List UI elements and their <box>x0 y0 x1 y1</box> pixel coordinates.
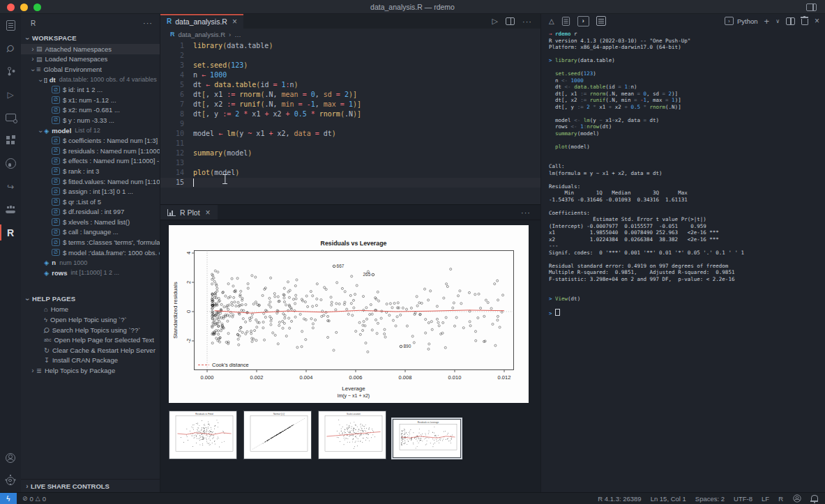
tree-item[interactable]: ∅$ xlevels : Named list() <box>21 217 160 227</box>
close-window-button[interactable] <box>7 3 15 11</box>
svg-text:0: 0 <box>186 310 192 313</box>
plot-tab-close-icon[interactable]: × <box>206 208 211 217</box>
live-share-controls-section[interactable]: › LIVE SHARE CONTROLS <box>21 479 160 492</box>
shell-selector[interactable]: › Python <box>725 17 758 25</box>
sidebar-title: R <box>31 20 36 27</box>
account-icon[interactable] <box>0 446 21 469</box>
output-icon[interactable] <box>596 16 606 26</box>
run-file-button[interactable]: ▷ <box>492 17 498 26</box>
tree-item[interactable]: ∅$ terms :Classes 'terms', 'formula' l..… <box>21 237 160 247</box>
remote-indicator[interactable]: ϟ <box>0 493 17 504</box>
terminal-header: △ › › Python + ∨ × <box>541 14 825 28</box>
tree-item[interactable]: ∅$ id: int 1 2 ... <box>21 84 160 95</box>
split-editor-icon[interactable] <box>506 17 515 25</box>
status-bar: ϟ ⊘ 0 △ 0 R 4.1.3: 26389Ln 15, Col 1Spac… <box>0 492 825 504</box>
search-icon[interactable]: Ϙ <box>0 37 21 60</box>
zoom-window-button[interactable] <box>33 3 41 11</box>
files-icon[interactable] <box>0 14 21 37</box>
plot-thumbnail[interactable]: Residuals vs Fitted <box>169 411 237 459</box>
remote-icon[interactable] <box>0 106 21 129</box>
svg-text:Residuals vs Leverage: Residuals vs Leverage <box>418 421 439 424</box>
layout-icon[interactable] <box>806 3 817 11</box>
tree-item[interactable]: ϟOpen Help Topic using `?` <box>21 314 160 325</box>
tree-item[interactable]: ›◈modelList of 12 <box>21 125 160 136</box>
tree-item[interactable]: ∅$ rank : int 3 <box>21 166 160 176</box>
tree-item[interactable]: ∅$ assign : int [1:3] 0 1 ... <box>21 186 160 197</box>
sidebar-menu-icon[interactable]: ··· <box>143 19 153 27</box>
tree-item[interactable]: ›▤Loaded Namespaces <box>21 54 160 65</box>
r-icon[interactable]: R <box>0 221 21 244</box>
problems-status[interactable]: ⊘ 0 △ 0 <box>22 495 46 503</box>
fld-icon: ∅ <box>52 147 60 155</box>
gear-icon[interactable] <box>0 469 21 492</box>
editor-more-actions[interactable]: ··· <box>522 17 532 26</box>
section-header[interactable]: ›HELP PAGES <box>21 293 160 305</box>
terminal-icon[interactable]: › <box>577 16 589 26</box>
plot-thumbnail[interactable]: Normal Q-Q <box>243 411 312 459</box>
svg-text:265: 265 <box>363 272 370 277</box>
tree-item[interactable]: ∅$ qr :List of 5 <box>21 197 160 207</box>
tree-item[interactable]: ›≣Help Topics by Package <box>21 365 160 376</box>
code-editor[interactable]: 123456789101112131415 library(data.table… <box>160 40 540 204</box>
tree-item[interactable]: ⌂Home <box>21 305 160 315</box>
home-icon: ⌂ <box>44 305 48 313</box>
tree-item[interactable]: ∅$ call : language ... <box>21 227 160 238</box>
minimize-window-button[interactable] <box>20 3 28 11</box>
tree-item[interactable]: ↻Clear Cache & Restart Help Server <box>21 345 160 356</box>
svg-text:Scale-Location: Scale-Location <box>347 413 361 415</box>
tree-item[interactable]: ∅$ df.residual : int 997 <box>21 207 160 217</box>
tab-data-analysis[interactable]: R data_analysis.R × <box>160 14 243 29</box>
terminal-output[interactable]: → rdemo rR version 4.1.3 (2022-03-10) --… <box>541 28 825 492</box>
section-header[interactable]: ›WORKSPACE <box>21 32 160 44</box>
terminal-panel: △ › › Python + ∨ × → rdemo rR version 4.… <box>540 14 825 492</box>
tree-item[interactable]: ↧Install CRAN Package <box>21 356 160 366</box>
problems-icon[interactable]: △ <box>549 17 554 25</box>
breadcrumb[interactable]: R data_analysis.R › … <box>160 29 540 40</box>
chevron-down-icon[interactable]: ∨ <box>775 18 780 24</box>
plot-thumbnail[interactable]: Residuals vs Leverage <box>393 419 461 458</box>
tree-item[interactable]: ∅$ residuals : Named num [1:1000] -... <box>21 146 160 156</box>
svg-text:0.012: 0.012 <box>498 374 511 381</box>
status-item[interactable]: UTF-8 <box>734 495 752 503</box>
plot-more-actions[interactable]: ··· <box>521 208 540 217</box>
status-item[interactable]: Ln 15, Col 1 <box>651 495 686 503</box>
tree-item[interactable]: ∅$ effects : Named num [1:1000] -1.... <box>21 156 160 167</box>
plot-canvas: Residuals vs Leverage-20240.0000.0020.00… <box>169 225 529 403</box>
tree-item[interactable]: ◈rowsint [1:1000] 1 2 ... <box>21 268 160 278</box>
svg-text:lm(y ~ x1 + x2): lm(y ~ x1 + x2) <box>338 393 370 399</box>
status-item[interactable]: R <box>778 495 783 503</box>
github-icon[interactable] <box>0 152 21 175</box>
plot-thumbnail[interactable]: Scale-Location <box>318 411 386 459</box>
status-item[interactable]: LF <box>762 495 769 503</box>
title-bar: data_analysis.R — rdemo <box>0 0 825 14</box>
close-panel-icon[interactable]: × <box>815 16 819 26</box>
status-item[interactable]: Spaces: 2 <box>695 495 725 503</box>
split-terminal-icon[interactable] <box>786 17 795 25</box>
liveshare-icon[interactable]: ↪ <box>0 175 21 198</box>
tree-item[interactable]: ∅$ coefficients : Named num [1:3] -0... <box>21 135 160 146</box>
tree-item[interactable]: ›≡Global Environment <box>21 64 160 75</box>
tree-item[interactable]: ϘSearch Help Topics using `??` <box>21 325 160 335</box>
fld-icon: ∅ <box>52 158 60 165</box>
tree-item[interactable]: ∅$ x2: num -0.681 ... <box>21 105 160 116</box>
tree-item[interactable]: ∅$ y : num -3.33 ... <box>21 115 160 125</box>
docker-icon[interactable] <box>0 198 21 221</box>
tree-item[interactable]: ◈nnum 1000 <box>21 257 160 268</box>
tree-item[interactable]: ›[ ]dtdata.table: 1000 obs. of 4 variabl… <box>21 75 160 85</box>
r-plot-tab[interactable]: R Plot × <box>160 205 218 220</box>
tree-item[interactable]: ∅$ x1: num -1.12 ... <box>21 95 160 105</box>
tab-close-icon[interactable]: × <box>232 17 237 26</box>
tree-item[interactable]: ∅$ fitted.values: Named num [1:1000... <box>21 176 160 187</box>
source-control-icon[interactable] <box>0 60 21 83</box>
new-terminal-button[interactable]: + <box>764 16 770 26</box>
tree-item[interactable]: abcOpen Help Page for Selected Text <box>21 335 160 345</box>
line-numbers: 123456789101112131415 <box>160 41 184 188</box>
status-item[interactable]: R 4.1.3: 26389 <box>598 495 641 503</box>
svg-text:Cook's distance: Cook's distance <box>212 362 249 368</box>
debug-icon[interactable]: ▷ <box>0 83 21 106</box>
open-editors-icon[interactable] <box>562 17 570 26</box>
extensions-icon[interactable] <box>0 129 21 152</box>
kill-terminal-icon[interactable] <box>801 19 808 25</box>
tree-item[interactable]: ∅$ model :'data.frame': 1000 obs. of... <box>21 247 160 258</box>
tree-item[interactable]: ›▤Attached Namespaces <box>21 44 160 54</box>
